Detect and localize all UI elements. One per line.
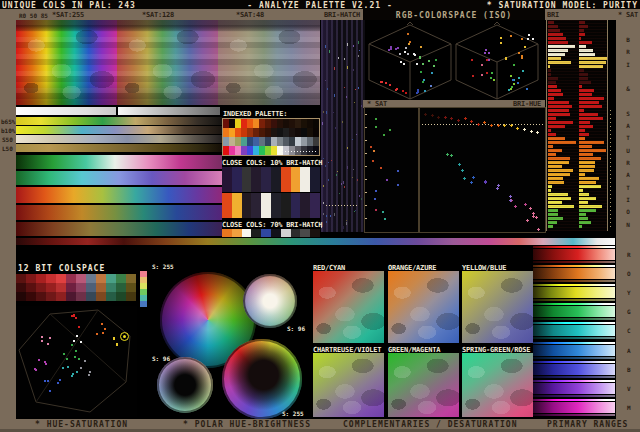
- close-col-swatch: [281, 193, 291, 218]
- footer-complementaries[interactable]: COMPLEMENTARIES / DESATURATION: [343, 420, 518, 429]
- bar: [579, 149, 606, 152]
- analyze-palette-app: UNIQUE COLS IN PAL: 243 - ANALYZE PALETT…: [0, 0, 640, 432]
- side-vertical-letter: R: [621, 159, 635, 166]
- bar: [579, 53, 595, 56]
- scatter-dot: [508, 89, 510, 91]
- hatch-speckle: [325, 80, 326, 81]
- bar: [548, 53, 565, 56]
- colspace-title: 12 BIT COLSPACE: [18, 264, 105, 273]
- primary-letter: G: [627, 308, 631, 315]
- gamut-polygon: [16, 306, 137, 417]
- bar: [548, 77, 558, 80]
- footer-primary-ranges[interactable]: PRIMARY RANGES: [547, 420, 628, 429]
- hatch-speckle: [361, 198, 362, 200]
- scatter-dot: [405, 92, 407, 94]
- bar: [579, 141, 604, 144]
- hatch-dotted-line: [326, 205, 358, 206]
- scatter-dot: [89, 371, 91, 373]
- colspace-cell: [116, 283, 126, 292]
- bar: [579, 25, 588, 28]
- gradient-strip: [16, 135, 222, 143]
- bar: [548, 217, 563, 220]
- bar: [548, 125, 565, 128]
- bar: [548, 65, 550, 68]
- scatter-dot: [44, 380, 46, 382]
- bar: [579, 105, 602, 108]
- bar: [579, 145, 592, 148]
- scatter-dot: [431, 72, 433, 74]
- bar: [579, 29, 584, 32]
- hue-marker: [535, 216, 538, 219]
- bar: [579, 77, 588, 80]
- scatter-dot: [485, 49, 487, 51]
- colspace-cell: [36, 283, 46, 292]
- axis-tick: [365, 179, 367, 180]
- colspace-cell: [66, 292, 76, 301]
- hatch-speckle: [323, 185, 324, 187]
- sat-255-label[interactable]: *SAT:255: [52, 11, 84, 19]
- bar: [579, 45, 586, 48]
- comp-square-2: [388, 271, 459, 343]
- scatter-dot: [518, 77, 520, 79]
- hatch-streaks: [321, 20, 365, 232]
- bar: [579, 157, 601, 160]
- scatter-dot: [518, 52, 520, 54]
- primary-band-thin: [533, 399, 615, 401]
- sat-48-label[interactable]: *SAT:48: [236, 11, 264, 19]
- primary-band-thin: [533, 342, 615, 344]
- sat-128-label[interactable]: *SAT:128: [142, 11, 174, 19]
- hatch-speckle: [337, 171, 338, 172]
- scatter-dot: [74, 356, 76, 358]
- hue-marker: [529, 207, 532, 210]
- side-vertical-letter: A: [621, 122, 635, 129]
- hue-marker: [523, 128, 526, 131]
- scatter-dot: [382, 211, 384, 213]
- bar: [548, 37, 566, 40]
- scatter-dot: [76, 371, 78, 373]
- scatter-dot: [67, 366, 69, 368]
- primary-band-thin: [533, 380, 615, 382]
- scatter-dot: [75, 317, 77, 319]
- close-col-swatch: [271, 229, 281, 237]
- axis-tick: [365, 153, 367, 154]
- scatter-dot: [500, 37, 502, 39]
- scatter-dot: [510, 35, 512, 37]
- primary-band-thin: [533, 280, 615, 282]
- colspace-cell: [16, 283, 26, 292]
- primary-band-main: [533, 306, 615, 317]
- palette-cell: [313, 119, 319, 128]
- close-col-swatch: [261, 193, 271, 218]
- primary-band-main: [533, 268, 615, 279]
- primary-band-thin: [533, 246, 615, 248]
- bar: [548, 133, 556, 136]
- bar: [579, 225, 582, 228]
- bar: [579, 41, 592, 44]
- scatter-dot: [493, 79, 495, 81]
- scatter-dot: [47, 380, 49, 382]
- bar: [579, 137, 585, 140]
- primary-band-main: [533, 383, 615, 394]
- scatter-dot: [71, 344, 73, 346]
- colspace-cell: [116, 292, 126, 301]
- colspace-cell: [106, 283, 116, 292]
- close-col-swatch: [251, 229, 261, 237]
- scatter-dot: [486, 72, 488, 74]
- primary-band-thin: [533, 376, 615, 378]
- gradient-strip: [16, 126, 222, 134]
- bar: [548, 29, 560, 32]
- hue-marker: [457, 119, 460, 122]
- hatch-speckle: [353, 45, 354, 47]
- bar: [548, 165, 562, 168]
- footer-polar-hue-brightness[interactable]: * POLAR HUE-BRIGHTNESS: [183, 420, 311, 429]
- scatter-dot: [513, 64, 515, 66]
- primary-band-thin: [533, 261, 615, 263]
- scatter-dot: [399, 53, 401, 55]
- close-cols-10-row-1: [222, 167, 320, 192]
- hue-marker: [470, 120, 473, 123]
- footer-hue-saturation[interactable]: * HUE-SATURATION: [35, 420, 128, 429]
- close-col-swatch: [281, 229, 291, 237]
- hatch-speckle: [339, 193, 340, 194]
- bar: [579, 201, 588, 204]
- bar-chart-sat-label: * SAT: [560, 11, 638, 19]
- colspace-cell: [126, 283, 136, 292]
